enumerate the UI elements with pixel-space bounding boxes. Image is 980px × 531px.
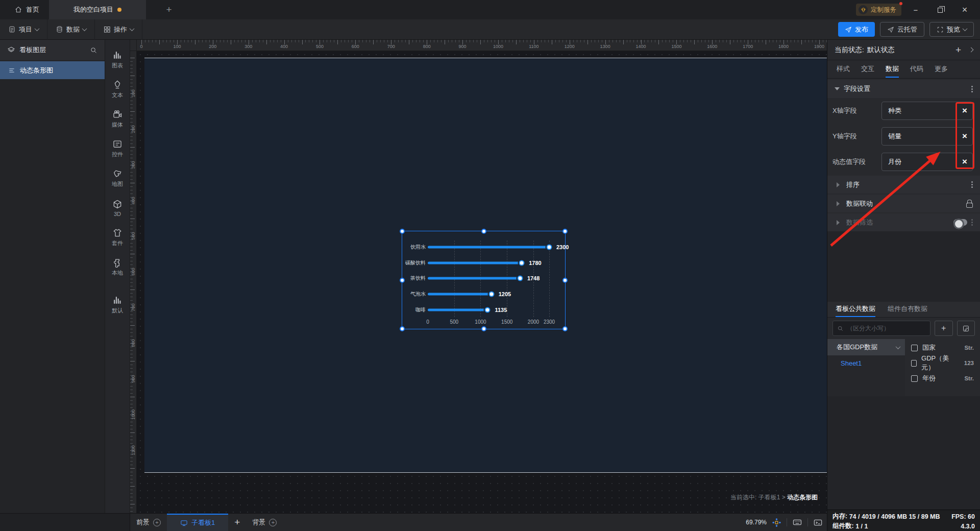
tab-more[interactable]: 更多 <box>935 60 948 79</box>
kebab-menu-icon[interactable] <box>971 88 973 90</box>
strip-item-local[interactable]: 本地 <box>105 252 130 282</box>
tab-project[interactable]: 我的空白项目 <box>49 0 146 19</box>
dataset-field-row[interactable]: 年份Str. <box>905 371 980 386</box>
chevron-right-icon[interactable] <box>969 47 974 53</box>
resize-handle-se[interactable] <box>562 326 568 331</box>
restore-button[interactable] <box>930 2 950 17</box>
ruler-label: 800 <box>423 44 431 49</box>
add-background-icon[interactable]: + <box>269 519 277 526</box>
dataset-item-gdp[interactable]: 各国GDP数据 <box>827 339 905 355</box>
canvas-viewport[interactable]: 05001000150020002300饮用水2300碳酸饮料1780茶饮料17… <box>137 51 827 513</box>
strip-item-controls[interactable]: 控件 <box>105 134 130 163</box>
field-checkbox[interactable] <box>911 345 918 351</box>
field-checkbox[interactable] <box>911 375 918 382</box>
add-state-button[interactable]: + <box>955 44 961 56</box>
new-tab-button[interactable]: + <box>162 3 176 16</box>
resize-handle-s[interactable] <box>481 326 486 331</box>
add-foreground-icon[interactable]: + <box>153 519 161 526</box>
resize-handle-ne[interactable] <box>562 229 568 234</box>
kebab-menu-icon[interactable] <box>971 184 973 185</box>
menubar: 项目 数据 操作 发布 云托管 预览 <box>0 19 980 40</box>
y-axis-field-label: Y轴字段 <box>832 132 881 141</box>
edit-dataset-button[interactable] <box>957 321 975 336</box>
ruler-label: 900 <box>459 44 467 49</box>
data-linkage-section[interactable]: 数据联动 <box>827 195 980 212</box>
tab-code[interactable]: 代码 <box>910 60 923 79</box>
database-icon <box>56 26 63 33</box>
board-tab-sub-board-1[interactable]: 子看板1 <box>167 514 228 531</box>
dynamic-bar-chart-component[interactable]: 05001000150020002300饮用水2300碳酸饮料1780茶饮料17… <box>402 231 566 329</box>
minimize-button[interactable]: − <box>905 2 926 17</box>
add-board-button[interactable]: + <box>228 517 246 528</box>
terminal-icon[interactable] <box>813 518 823 527</box>
strip-item-text[interactable]: 文本 <box>105 75 130 104</box>
chart-category-label: 茶饮料 <box>402 275 426 282</box>
lock-icon[interactable] <box>966 203 973 208</box>
tab-board-public-data[interactable]: 看板公共数据 <box>836 304 875 317</box>
ruler-label: 100 <box>130 87 136 100</box>
cube-icon <box>112 199 122 209</box>
strip-item-map[interactable]: 地图 <box>105 163 130 193</box>
ruler-label: 500 <box>316 44 324 49</box>
sort-section-title: 排序 <box>846 180 860 189</box>
layers-panel-title: 看板图层 <box>19 45 46 55</box>
add-dataset-button[interactable]: + <box>935 321 953 336</box>
custom-service-badge[interactable]: 定制服务 <box>856 4 901 16</box>
dataset-field-row[interactable]: 国家Str. <box>905 340 980 355</box>
tab-data[interactable]: 数据 <box>886 60 899 79</box>
chart-bar <box>428 246 549 249</box>
menu-data-label: 数据 <box>66 25 80 34</box>
resize-handle-w[interactable] <box>400 278 405 283</box>
strip-item-suite[interactable]: 套件 <box>105 223 130 252</box>
ruler-label: 1800 <box>778 44 789 49</box>
chevron-down-icon <box>963 26 968 31</box>
strip-item-default[interactable]: 默认 <box>105 290 130 320</box>
data-search-row: + <box>827 318 980 339</box>
resize-handle-n[interactable] <box>481 229 486 234</box>
strip-item-media[interactable]: 媒体 <box>105 104 130 134</box>
dataset-field-row[interactable]: GDP（美元）123 <box>905 355 980 371</box>
tab-home[interactable]: 首页 <box>7 0 46 19</box>
tab-interaction[interactable]: 交互 <box>861 60 874 79</box>
fit-to-screen-icon[interactable] <box>772 518 781 527</box>
keyboard-shortcuts-icon[interactable] <box>792 517 802 527</box>
data-search-box[interactable] <box>832 321 930 336</box>
strip-item-charts[interactable]: 图表 <box>105 45 130 75</box>
strip-item-3d[interactable]: 3D <box>105 193 130 223</box>
cloud-host-button[interactable]: 云托管 <box>880 22 924 37</box>
layer-item-dynamic-bar-chart[interactable]: 动态条形图 <box>0 61 105 79</box>
data-filter-section[interactable]: 数据筛选 <box>827 213 980 231</box>
ruler-label: 1100 <box>130 444 136 457</box>
x-axis-field-label: X轴字段 <box>832 106 881 115</box>
background-button[interactable]: 背景 + <box>246 518 283 527</box>
caret-right-icon <box>837 182 842 187</box>
data-source-tabs: 看板公共数据 组件自有数据 <box>827 302 980 318</box>
component-count-label: 组件数: <box>832 522 854 530</box>
menu-project[interactable]: 项目 <box>0 19 47 40</box>
field-checkbox[interactable] <box>911 360 917 367</box>
chart-bar <box>428 277 520 280</box>
field-settings-section[interactable]: 字段设置 <box>827 80 980 98</box>
close-button[interactable]: × <box>954 2 975 17</box>
foreground-button[interactable]: 前景 + <box>130 518 167 527</box>
data-filter-toggle[interactable] <box>953 219 967 226</box>
resize-handle-nw[interactable] <box>400 229 405 234</box>
chart-bar <box>428 308 487 311</box>
bottom-bar-left-block <box>0 514 130 531</box>
menu-actions[interactable]: 操作 <box>95 19 142 40</box>
zoom-level[interactable]: 69.79% <box>746 519 767 526</box>
resize-handle-sw[interactable] <box>400 326 405 331</box>
kebab-menu-icon[interactable] <box>971 222 973 223</box>
fullscreen-icon <box>937 26 944 33</box>
search-icon[interactable] <box>90 46 97 54</box>
titlebar: 首页 我的空白项目 + 定制服务 − × <box>0 0 980 19</box>
publish-button[interactable]: 发布 <box>838 22 875 37</box>
dataset-sheet-item[interactable]: Sheet1 <box>827 355 905 371</box>
data-search-input[interactable] <box>847 325 926 332</box>
sort-section[interactable]: 排序 <box>827 176 980 194</box>
resize-handle-e[interactable] <box>562 278 568 283</box>
tab-style[interactable]: 样式 <box>837 60 850 79</box>
menu-data[interactable]: 数据 <box>47 19 95 40</box>
preview-button[interactable]: 预览 <box>929 22 974 37</box>
tab-component-own-data[interactable]: 组件自有数据 <box>888 304 927 317</box>
